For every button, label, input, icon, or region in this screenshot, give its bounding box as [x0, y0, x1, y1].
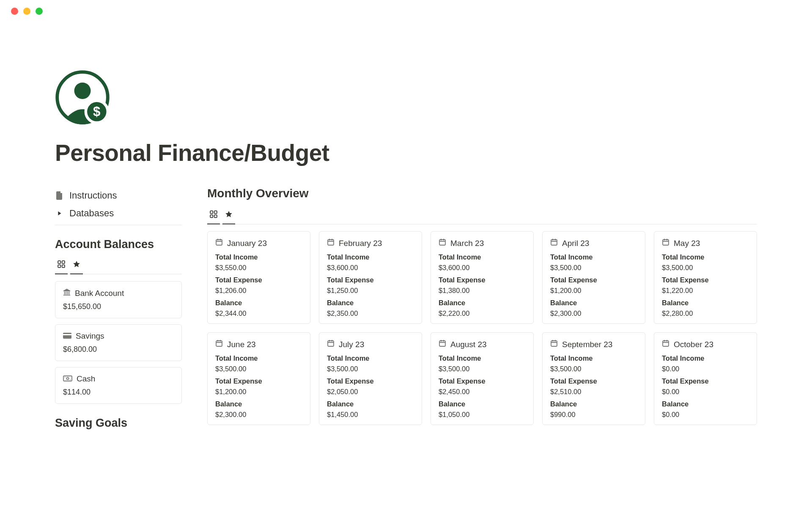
month-name: March 23	[450, 239, 484, 248]
balance-label: Balance	[439, 299, 526, 307]
income-label: Total Income	[662, 354, 749, 362]
balance-label: Balance	[215, 400, 302, 408]
expense-value: $2,450.00	[439, 388, 526, 396]
svg-rect-7	[62, 265, 65, 268]
gallery-view-tab[interactable]	[55, 258, 68, 274]
balance-label: Balance	[550, 299, 637, 307]
svg-rect-23	[439, 341, 445, 346]
month-card[interactable]: October 23 Total Income $0.00 Total Expe…	[654, 332, 757, 425]
month-card[interactable]: July 23 Total Income $3,500.00 Total Exp…	[319, 332, 422, 425]
star-icon	[73, 260, 80, 270]
svg-rect-17	[328, 240, 334, 245]
balance-label: Balance	[327, 400, 414, 408]
expense-label: Total Expense	[550, 377, 637, 385]
month-card[interactable]: August 23 Total Income $3,500.00 Total E…	[431, 332, 534, 425]
account-card[interactable]: Savings $6,800.00	[55, 324, 182, 361]
month-card[interactable]: May 23 Total Income $3,500.00 Total Expe…	[654, 231, 757, 324]
svg-rect-5	[62, 261, 65, 263]
svg-rect-15	[214, 215, 217, 218]
month-card[interactable]: January 23 Total Income $3,550.00 Total …	[207, 231, 310, 324]
account-card[interactable]: Bank Account $15,650.00	[55, 281, 182, 318]
svg-text:$: $	[93, 104, 100, 119]
income-value: $3,500.00	[215, 365, 302, 373]
expense-label: Total Expense	[215, 276, 302, 284]
balance-label: Balance	[662, 299, 749, 307]
balance-label: Balance	[550, 400, 637, 408]
income-label: Total Income	[550, 354, 637, 362]
window-traffic-lights	[0, 0, 812, 15]
calendar-icon	[215, 238, 223, 248]
expense-label: Total Expense	[327, 377, 414, 385]
expense-label: Total Expense	[215, 377, 302, 385]
account-view-switcher	[55, 258, 182, 274]
income-value: $3,500.00	[439, 365, 526, 373]
nav-item-databases[interactable]: Databases	[55, 204, 182, 222]
expense-value: $1,200.00	[215, 388, 302, 396]
income-label: Total Income	[327, 354, 414, 362]
page-icon[interactable]: $	[55, 70, 757, 127]
month-name: October 23	[674, 340, 713, 349]
month-card[interactable]: September 23 Total Income $3,500.00 Tota…	[542, 332, 645, 425]
month-card[interactable]: June 23 Total Income $3,500.00 Total Exp…	[207, 332, 310, 425]
favorite-view-tab[interactable]	[222, 208, 235, 224]
calendar-icon	[550, 238, 558, 248]
expense-value: $2,050.00	[327, 388, 414, 396]
svg-point-1	[74, 83, 91, 99]
balance-value: $2,300.00	[550, 309, 637, 318]
svg-rect-16	[216, 240, 222, 245]
card-icon	[63, 331, 71, 341]
income-value: $3,600.00	[439, 264, 526, 272]
favorite-view-tab[interactable]	[70, 258, 83, 274]
balance-label: Balance	[327, 299, 414, 307]
month-name: July 23	[339, 340, 364, 349]
monthly-overview-heading: Monthly Overview	[207, 187, 757, 200]
month-name: June 23	[227, 340, 256, 349]
svg-rect-8	[63, 333, 71, 339]
saving-goals-heading: Saving Goals	[55, 417, 182, 430]
minimize-window-button[interactable]	[23, 8, 30, 15]
svg-point-11	[66, 377, 69, 379]
account-balances-heading: Account Balances	[55, 238, 182, 251]
balance-value: $2,220.00	[439, 309, 526, 318]
nav-item-instructions[interactable]: Instructions	[55, 187, 182, 204]
balance-value: $1,050.00	[439, 411, 526, 419]
balance-value: $2,344.00	[215, 309, 302, 318]
balance-value: $2,350.00	[327, 309, 414, 318]
svg-rect-6	[58, 265, 60, 268]
income-value: $3,500.00	[550, 365, 637, 373]
month-card[interactable]: April 23 Total Income $3,500.00 Total Ex…	[542, 231, 645, 324]
account-balance-value: $15,650.00	[63, 302, 174, 311]
month-card[interactable]: March 23 Total Income $3,600.00 Total Ex…	[431, 231, 534, 324]
expense-value: $2,510.00	[550, 388, 637, 396]
expense-value: $1,206.00	[215, 287, 302, 295]
month-card[interactable]: February 23 Total Income $3,600.00 Total…	[319, 231, 422, 324]
expense-label: Total Expense	[662, 276, 749, 284]
balance-value: $1,450.00	[327, 411, 414, 419]
gallery-view-tab[interactable]	[207, 208, 220, 224]
calendar-icon	[662, 340, 669, 349]
income-label: Total Income	[327, 253, 414, 261]
balance-value: $0.00	[662, 411, 749, 419]
calendar-icon	[439, 238, 446, 248]
svg-rect-19	[551, 240, 557, 245]
calendar-icon	[439, 340, 446, 349]
close-window-button[interactable]	[11, 8, 18, 15]
expense-value: $0.00	[662, 388, 749, 396]
income-label: Total Income	[439, 354, 526, 362]
income-value: $3,500.00	[327, 365, 414, 373]
svg-rect-9	[63, 334, 71, 335]
income-label: Total Income	[662, 253, 749, 261]
fullscreen-window-button[interactable]	[36, 8, 43, 15]
nav-item-label: Databases	[69, 208, 114, 219]
svg-rect-14	[210, 215, 213, 218]
month-name: February 23	[339, 239, 382, 248]
expense-label: Total Expense	[439, 377, 526, 385]
document-icon	[55, 191, 64, 200]
expense-label: Total Expense	[662, 377, 749, 385]
calendar-icon	[327, 238, 335, 248]
account-card[interactable]: Cash $114.00	[55, 367, 182, 404]
grid-icon	[210, 210, 217, 220]
calendar-icon	[550, 340, 558, 349]
account-name: Cash	[77, 374, 95, 384]
cash-icon	[63, 374, 72, 384]
